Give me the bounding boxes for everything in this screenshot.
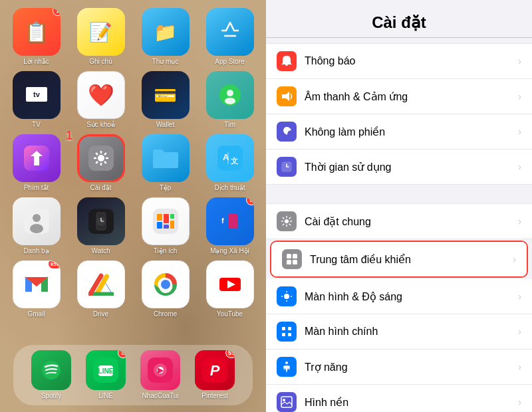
svg-point-23 <box>30 224 43 233</box>
translate-label: Dịch thuật <box>214 184 245 192</box>
tv-label: TV <box>32 121 41 129</box>
settings-row-accessibility[interactable]: Trợ năng › <box>266 350 532 385</box>
svg-line-67 <box>283 217 284 219</box>
app-wallet[interactable]: 💳 Wallet <box>136 71 195 129</box>
files-label: Thư mục <box>152 58 179 66</box>
accessibility-icon <box>277 357 297 377</box>
line-icon: LINE 8 <box>86 350 126 390</box>
svg-rect-33 <box>157 222 162 229</box>
app-appstore[interactable]: App Store <box>200 8 259 66</box>
app-tv[interactable]: tv TV <box>7 71 66 129</box>
svg-line-70 <box>283 224 284 225</box>
reminders-badge: 1 <box>53 8 61 16</box>
svg-point-50 <box>42 361 61 379</box>
svg-point-22 <box>33 214 41 222</box>
display-chevron: › <box>518 291 521 302</box>
folder-label: Tệp <box>160 184 172 192</box>
settings-row-general[interactable]: Cài đặt chung › <box>266 203 532 239</box>
app-translate[interactable]: A文 Dịch thuật <box>200 134 259 192</box>
contacts-icon <box>13 197 61 245</box>
app-shortcuts[interactable]: Phím tắt <box>7 134 66 192</box>
svg-text:▶: ▶ <box>158 365 164 375</box>
wallpaper-label: Hình nền <box>305 396 518 409</box>
app-spotify[interactable]: Spotify <box>31 350 71 400</box>
settings-row-control[interactable]: Trung tâm điều khiển › <box>271 242 527 276</box>
reminders-label: Lời nhắc <box>23 58 49 66</box>
health-label: Sức khoẻ <box>86 121 115 129</box>
svg-rect-81 <box>288 327 291 330</box>
svg-text:文: 文 <box>231 157 238 165</box>
accessibility-chevron: › <box>518 361 521 372</box>
settings-row-homescreen[interactable]: Màn hình chính › <box>266 314 532 350</box>
gmail-label: Gmail <box>27 310 45 318</box>
svg-rect-34 <box>164 225 169 229</box>
app-gmail[interactable]: 855 Gmail <box>7 260 66 318</box>
section-separator <box>266 185 532 198</box>
settings-row-control-wrapper: Trung tâm điều khiển › 2 <box>270 241 528 278</box>
svg-text:tv: tv <box>33 90 41 98</box>
control-label: Trung tâm điều khiển <box>310 253 513 266</box>
accessibility-label: Trợ năng <box>305 361 518 373</box>
app-utilities[interactable]: Tiện ích <box>136 197 195 255</box>
find-label: Tìm <box>224 121 235 129</box>
social-icon: f 9 <box>206 197 254 245</box>
pinterest-badge: 57 <box>225 350 235 358</box>
svg-text:P: P <box>210 362 220 379</box>
app-pinterest[interactable]: P 57 Pinterest <box>195 350 235 400</box>
app-line[interactable]: LINE 8 LINE <box>86 350 126 400</box>
app-health[interactable]: ❤️ Sức khoẻ <box>71 71 130 129</box>
sounds-label: Âm thanh & Cảm ứng <box>305 90 518 103</box>
dnd-chevron: › <box>518 126 521 137</box>
pinterest-icon: P 57 <box>195 350 235 390</box>
spotify-label: Spotify <box>41 392 62 400</box>
settings-label: Cài đặt <box>90 184 111 192</box>
settings-row-dnd[interactable]: Không làm phiền › <box>266 114 532 150</box>
svg-point-84 <box>285 361 288 364</box>
files-icon: 📁 <box>142 8 190 56</box>
line-label: LINE <box>98 392 113 400</box>
dnd-label: Không làm phiền <box>305 126 518 138</box>
general-label: Cài đặt chung <box>305 215 518 228</box>
app-social[interactable]: f 9 Mạng Xã Hội <box>200 197 259 255</box>
settings-row-display[interactable]: Màn hình & Độ sáng › <box>266 279 532 314</box>
app-contacts[interactable]: Danh bạ <box>7 197 66 255</box>
watch-label: Watch <box>92 247 110 255</box>
social-badge: 9 <box>246 197 254 205</box>
step-number-1: 1 <box>66 129 72 143</box>
app-grid: 📋 1 Lời nhắc 📝 Ghi chú 📁 Thư mục App Sto… <box>7 5 259 318</box>
display-label: Màn hình & Độ sáng <box>305 290 518 303</box>
app-youtube[interactable]: YouTube <box>200 260 259 318</box>
app-nhaccuatui[interactable]: ▶ NhacCuaTui <box>140 350 180 400</box>
svg-point-86 <box>283 399 285 401</box>
svg-point-62 <box>285 219 289 223</box>
spotify-icon <box>31 350 71 390</box>
app-reminders[interactable]: 📋 1 Lời nhắc <box>7 8 66 66</box>
app-watch[interactable]: Watch <box>71 197 130 255</box>
notes-icon: 📝 <box>77 8 125 56</box>
app-settings[interactable]: 1 Cài đặt <box>71 134 130 192</box>
folder-icon <box>142 134 190 182</box>
app-chrome[interactable]: Chrome <box>136 260 195 318</box>
app-dock: Spotify LINE 8 LINE ▶ NhacCuaTui P 57 Pi… <box>13 345 253 405</box>
app-folder[interactable]: Tệp <box>136 134 195 192</box>
app-files[interactable]: 📁 Thư mục <box>136 8 195 66</box>
tv-icon: tv <box>13 71 61 119</box>
settings-row-screentime[interactable]: Thời gian sử dụng › <box>266 150 532 185</box>
dnd-icon <box>277 122 297 142</box>
settings-row-notifications[interactable]: Thông báo › <box>266 43 532 79</box>
app-notes[interactable]: 📝 Ghi chú <box>71 8 130 66</box>
svg-point-4 <box>225 98 235 104</box>
app-find[interactable]: Tìm <box>200 71 259 129</box>
wallet-icon: 💳 <box>142 71 190 119</box>
translate-icon: A文 <box>206 134 254 182</box>
utilities-label: Tiện ích <box>154 247 178 255</box>
app-drive[interactable]: Drive <box>71 260 130 318</box>
settings-row-sounds[interactable]: Âm thanh & Cảm ứng › <box>266 79 532 114</box>
svg-rect-74 <box>293 260 297 264</box>
screentime-label: Thời gian sử dụng <box>305 161 518 173</box>
screentime-chevron: › <box>518 161 521 172</box>
svg-rect-31 <box>164 214 169 223</box>
display-icon <box>277 286 297 306</box>
settings-row-wallpaper[interactable]: Hình nền › <box>266 385 532 412</box>
svg-rect-83 <box>288 333 291 336</box>
